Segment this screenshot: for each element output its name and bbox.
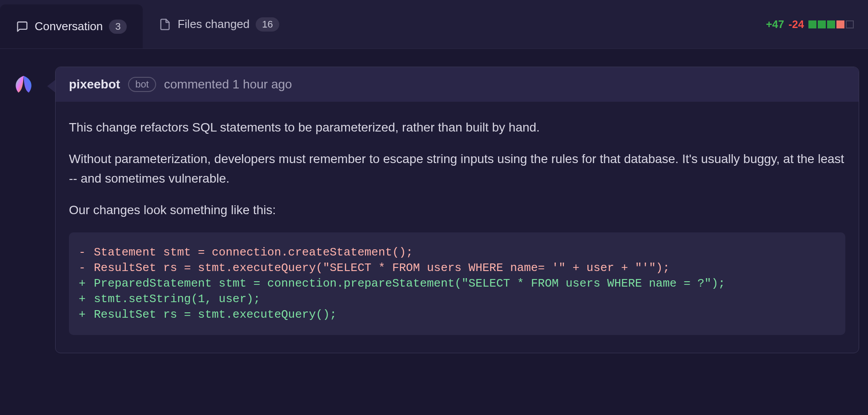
comment-thread: pixeebot bot commented 1 hour ago This c… — [0, 49, 868, 353]
code-block: -Statement stmt = connection.createState… — [69, 232, 845, 335]
tab-files-changed-count: 16 — [256, 17, 279, 32]
diff-square — [818, 20, 826, 28]
tab-files-changed[interactable]: Files changed 16 — [143, 0, 295, 48]
comment-header: pixeebot bot commented 1 hour ago — [56, 67, 859, 102]
tab-conversation-count: 3 — [109, 20, 127, 34]
bot-badge: bot — [128, 77, 156, 92]
diffstat-squares — [808, 20, 854, 28]
diff-square — [808, 20, 816, 28]
diffstat-additions: +47 — [766, 18, 784, 31]
code-line: +stmt.setString(1, user); — [79, 291, 835, 307]
diff-square — [827, 20, 835, 28]
comment-paragraph: Without parameterization, developers mus… — [69, 149, 845, 188]
diff-square — [846, 20, 854, 28]
tab-files-changed-label: Files changed — [177, 17, 249, 31]
file-diff-icon — [159, 18, 171, 31]
comment-body: This change refactors SQL statements to … — [56, 102, 859, 353]
code-line: +ResultSet rs = stmt.executeQuery(); — [79, 307, 835, 323]
avatar[interactable] — [8, 69, 39, 100]
comment-meta: commented 1 hour ago — [164, 77, 292, 92]
comment-paragraph: This change refactors SQL statements to … — [69, 118, 845, 137]
comment-author[interactable]: pixeebot — [69, 77, 120, 92]
tab-conversation[interactable]: Conversation 3 — [0, 4, 143, 48]
comment-paragraph: Our changes look something like this: — [69, 200, 845, 219]
comment-arrow-icon — [47, 80, 55, 92]
code-line: +PreparedStatement stmt = connection.pre… — [79, 276, 835, 291]
diff-square — [836, 20, 844, 28]
diffstat: +47 -24 — [766, 18, 863, 31]
code-line: -Statement stmt = connection.createState… — [79, 245, 835, 260]
diffstat-deletions: -24 — [788, 18, 804, 31]
tab-conversation-label: Conversation — [35, 20, 103, 33]
comment-box: pixeebot bot commented 1 hour ago This c… — [55, 67, 859, 353]
code-line: -ResultSet rs = stmt.executeQuery("SELEC… — [79, 260, 835, 276]
tabs-bar: Conversation 3 Files changed 16 +47 -24 — [0, 0, 868, 49]
comment-icon — [16, 20, 28, 33]
